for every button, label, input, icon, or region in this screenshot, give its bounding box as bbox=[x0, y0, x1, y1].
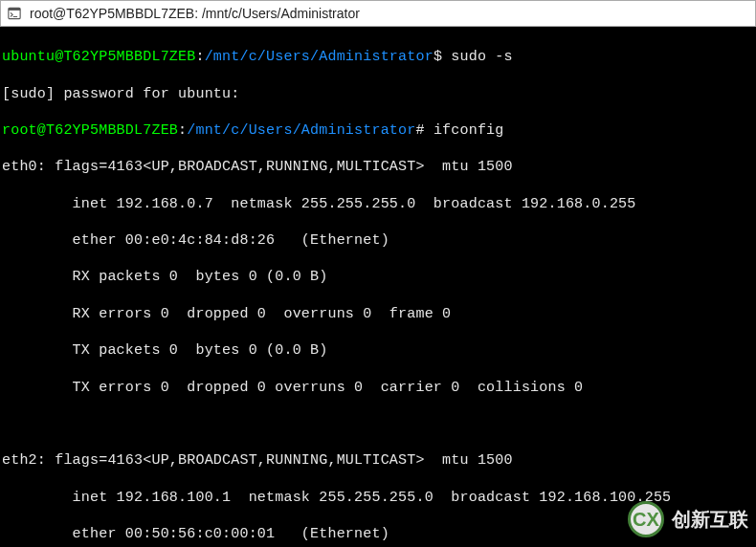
prompt-line-1: ubuntu@T62YP5MBBDL7ZEB:/mnt/c/Users/Admi… bbox=[2, 48, 754, 66]
output-line: eth0: flags=4163<UP,BROADCAST,RUNNING,MU… bbox=[2, 158, 754, 176]
command-text: sudo -s bbox=[451, 49, 512, 65]
output-line: inet 192.168.0.7 netmask 255.255.255.0 b… bbox=[2, 195, 754, 213]
prompt-symbol: # bbox=[415, 122, 424, 139]
prompt-userhost: root@T62YP5MBBDL7ZEB bbox=[2, 122, 178, 139]
sudo-password-line: [sudo] password for ubuntu: bbox=[2, 85, 754, 103]
terminal-icon bbox=[7, 6, 22, 21]
output-line: RX errors 0 dropped 0 overruns 0 frame 0 bbox=[2, 305, 754, 323]
prompt-symbol: $ bbox=[434, 49, 442, 65]
watermark-brand: 创新互联 bbox=[672, 507, 748, 533]
watermark: CX 创新互联 bbox=[628, 501, 748, 537]
window-titlebar: root@T62YP5MBBDL7ZEB: /mnt/c/Users/Admin… bbox=[0, 0, 756, 27]
prompt-path: /mnt/c/Users/Administrator bbox=[187, 122, 415, 139]
terminal-area[interactable]: ubuntu@T62YP5MBBDL7ZEB:/mnt/c/Users/Admi… bbox=[0, 27, 756, 547]
output-line: eth2: flags=4163<UP,BROADCAST,RUNNING,MU… bbox=[2, 451, 754, 470]
output-line: TX packets 0 bytes 0 (0.0 B) bbox=[2, 341, 754, 360]
prompt-userhost: ubuntu@T62YP5MBBDL7ZEB bbox=[2, 49, 195, 65]
output-line: ether 00:e0:4c:84:d8:26 (Ethernet) bbox=[2, 231, 754, 250]
output-line: TX errors 0 dropped 0 overruns 0 carrier… bbox=[2, 379, 754, 397]
prompt-colon: : bbox=[195, 49, 204, 65]
prompt-path: /mnt/c/Users/Administrator bbox=[205, 49, 434, 65]
command-text: ifconfig bbox=[434, 122, 504, 139]
svg-rect-1 bbox=[9, 8, 20, 11]
blank-line bbox=[2, 415, 754, 433]
output-line: RX packets 0 bytes 0 (0.0 B) bbox=[2, 268, 754, 286]
window-title: root@T62YP5MBBDL7ZEB: /mnt/c/Users/Admin… bbox=[30, 6, 360, 21]
watermark-logo-icon: CX bbox=[628, 501, 664, 537]
prompt-line-2: root@T62YP5MBBDL7ZEB:/mnt/c/Users/Admini… bbox=[2, 121, 754, 140]
prompt-colon: : bbox=[178, 122, 187, 139]
